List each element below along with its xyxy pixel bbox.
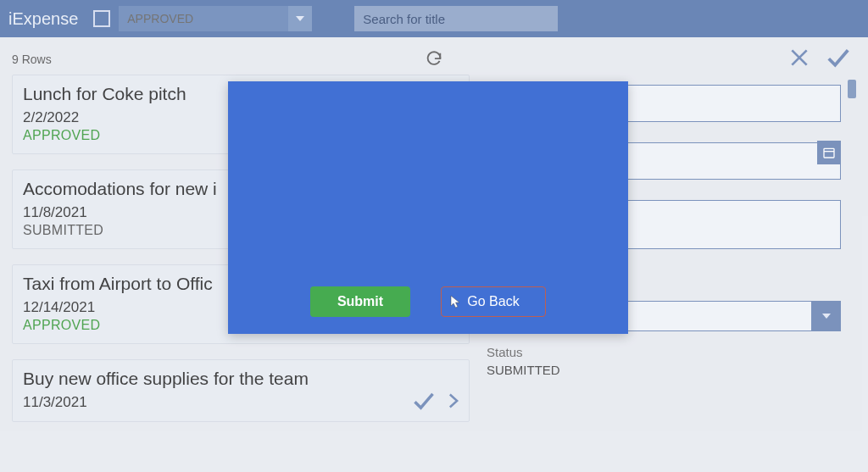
chevron-down-icon	[296, 16, 304, 21]
refresh-icon[interactable]	[425, 50, 443, 69]
meta-row: 9 Rows	[12, 44, 856, 75]
calendar-icon[interactable]	[817, 141, 841, 164]
close-icon[interactable]	[788, 47, 810, 72]
go-back-button[interactable]: Go Back	[441, 286, 546, 317]
go-back-label: Go Back	[467, 294, 519, 309]
cursor-icon	[450, 295, 462, 310]
status-label: Status	[487, 345, 841, 359]
filter-checkbox[interactable]	[93, 10, 110, 27]
page-body: 9 Rows Lunch for Coke pitch 2/2/2022 APP…	[0, 37, 868, 472]
confirm-modal: Submit Go Back	[228, 81, 628, 334]
confirm-check-icon[interactable]	[826, 45, 851, 74]
chevron-down-icon	[822, 314, 831, 319]
expense-card[interactable]: Buy new office supplies for the team 11/…	[12, 359, 470, 422]
search-input[interactable]	[354, 6, 558, 31]
expense-title: Buy new office supplies for the team	[23, 369, 459, 389]
scrollbar-thumb[interactable]	[848, 80, 856, 98]
status-filter-input[interactable]	[119, 6, 288, 31]
next-chevron-icon[interactable]	[445, 389, 462, 416]
app-title: iExpense	[8, 9, 78, 29]
approve-check-icon[interactable]	[409, 389, 438, 416]
topbar: iExpense	[0, 0, 868, 37]
status-value: SUBMITTED	[487, 363, 841, 377]
submit-button[interactable]: Submit	[310, 286, 410, 317]
status-filter-dropdown[interactable]	[119, 6, 312, 31]
status-field: Status SUBMITTED	[487, 345, 841, 377]
expense-date: 11/3/2021	[23, 394, 459, 411]
status-filter-toggle[interactable]	[288, 6, 312, 31]
category-select-toggle[interactable]	[812, 301, 841, 331]
svg-rect-2	[824, 148, 834, 158]
row-count-label: 9 Rows	[12, 53, 52, 66]
